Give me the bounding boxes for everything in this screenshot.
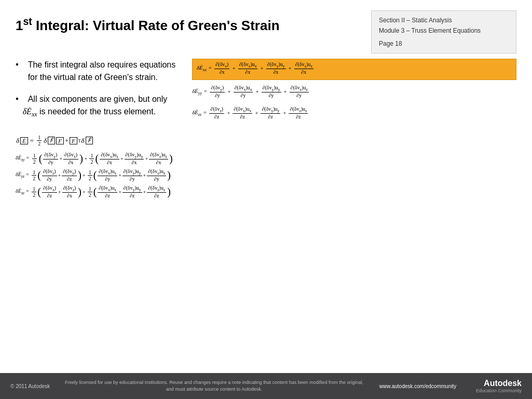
footer-copyright: © 2011 Autodesk (10, 383, 52, 389)
section-label: Section II – Static Analysis (379, 15, 509, 25)
dvy-z: ∂(δvy) ∂z (62, 168, 77, 182)
dvy-uy: ∂(δvy)uy ∂x (125, 152, 144, 165)
F-matrix: F (56, 137, 64, 144)
half-fraction: 1 2 (37, 135, 42, 147)
F-matrix-2: F (70, 137, 77, 144)
F-dot-matrix: Ḟ (48, 137, 55, 144)
dvx-ux-x: ∂(δvx)ux ∂x (238, 61, 258, 75)
half-frac-yz: 1 2 (32, 169, 36, 181)
left-panel: ▪ The first integral also requires equat… (16, 59, 182, 202)
bullet-item-2: ▪ All six components are given, but only… (16, 93, 182, 119)
Ezz-eq-line: δĖzz = ∂(δvz) ∂z + ∂(δvx)ux ∂z + ∂(δvy)u… (192, 106, 309, 119)
dvz-z: ∂(δvz) ∂z (209, 106, 224, 119)
Exx-eq-line: δĖxx = ∂(δvx) ∂x + ∂(δvx)ux ∂x + ∂(δvy)u… (197, 61, 512, 75)
footer-logo: Autodesk Education Community (459, 379, 522, 393)
dvy-frac: ∂(δvy) ∂y (43, 152, 58, 165)
bullet-text-1: The first integral also requires equatio… (23, 59, 182, 84)
F-dot-matrix-2: Ḟ (86, 137, 93, 144)
Eyz-eq: δĖyz = 1 2 ( ∂(δvz) ∂y + (16, 168, 182, 182)
content-area: ▪ The first integral also requires equat… (16, 59, 516, 202)
bottom-left-formulas: δ Ė = 1 2 δ Ḟ F + F (16, 135, 182, 198)
Exz-eq: δĖxz = 1 2 ( ∂(δvx) ∂z + (16, 185, 182, 198)
dvx-frac: ∂(δvx) ∂x (63, 152, 78, 165)
Exx-highlighted: δĖxx = ∂(δvx) ∂x + ∂(δvx)ux ∂x + ∂(δvy)u… (192, 59, 516, 80)
dvy-uy-x: ∂(δvy)uy ∂x (266, 61, 286, 75)
main-formula-line: δ Ė = 1 2 δ Ḟ F + F (16, 135, 182, 147)
dvx-ux: ∂(δvx)ux ∂x (100, 152, 119, 165)
transpose-T: T (78, 138, 81, 143)
delta-sym: δ (16, 137, 19, 145)
half-frac-xy: 1 2 (32, 153, 37, 165)
Ezz-eq-row: δĖzz = ∂(δvz) ∂z + ∂(δvx)ux ∂z + ∂(δvy)u… (192, 104, 516, 124)
footer-license: Freely licensed for use by educational i… (52, 379, 376, 392)
half-frac-yz2: 1 2 (88, 169, 92, 181)
bullet-text-2: All six components are given, but only δ… (23, 93, 182, 119)
dvz-uz: ∂(δvz)uz ∂x (149, 152, 168, 165)
Exy-eq: δĖxy = 1 2 ( ∂(δvy) ∂y (16, 152, 182, 165)
top-section: 1st Integral: Virtual Rate of Green's St… (16, 10, 516, 54)
page-label: Page 18 (379, 38, 509, 49)
bullet-symbol-2: ▪ (16, 94, 19, 103)
dvy-y: ∂(δvy) ∂y (210, 85, 225, 98)
dvx-x: ∂(δvx) ∂x (214, 61, 229, 75)
half-frac-xz: 1 2 (32, 186, 36, 198)
page-container: 1st Integral: Virtual Rate of Green's St… (0, 0, 532, 399)
section-info-box: Section II – Static Analysis Module 3 – … (371, 10, 516, 54)
page-title: 1st Integral: Virtual Rate of Green's St… (16, 16, 371, 34)
dvz-uz-x: ∂(δvz)uz ∂x (294, 61, 313, 75)
half-frac-2: 1 2 (89, 153, 94, 165)
bullet-symbol-1: ▪ (16, 60, 19, 69)
autodesk-logo-sub: Education Community (459, 388, 522, 393)
footer: © 2011 Autodesk Freely licensed for use … (0, 373, 532, 399)
module-label: Module 3 – Truss Element Equations (379, 25, 509, 36)
main-content: 1st Integral: Virtual Rate of Green's St… (16, 10, 516, 230)
autodesk-logo-text: Autodesk (459, 379, 522, 388)
right-panel: δĖxx = ∂(δvx) ∂x + ∂(δvx)ux ∂x + ∂(δvy)u… (192, 59, 516, 202)
dvz-y: ∂(δvz) ∂y (42, 168, 57, 182)
E-matrix: Ė (20, 137, 28, 144)
Eyy-eq-line: δĖyy = ∂(δvy) ∂y + ∂(δvx)ux ∂y + ∂(δvy)u… (192, 85, 310, 98)
footer-website: www.autodesk.com/edcommunity (376, 383, 459, 389)
Eyy-eq-row: δĖyy = ∂(δvy) ∂y + ∂(δvx)ux ∂y + ∂(δvy)u… (192, 83, 516, 102)
bullet-item-1: ▪ The first integral also requires equat… (16, 59, 182, 88)
